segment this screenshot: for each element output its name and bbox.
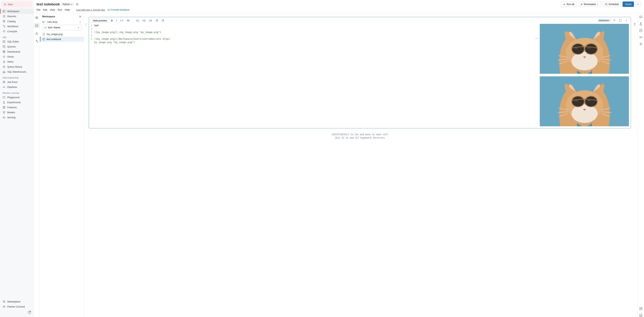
svg-point-58 bbox=[574, 46, 578, 49]
play-icon bbox=[563, 3, 566, 5]
status-label: Terminated bbox=[584, 3, 596, 5]
panels-button[interactable] bbox=[639, 42, 642, 46]
new-button[interactable]: New bbox=[2, 1, 32, 7]
svg-rect-15 bbox=[4, 106, 5, 108]
svg-point-53 bbox=[572, 52, 598, 70]
sidebar-item-serving[interactable]: Serving bbox=[0, 115, 33, 120]
hide-preview-button[interactable]: Hide preview bbox=[91, 18, 109, 23]
close-icon bbox=[79, 15, 82, 18]
language-selector[interactable]: Python bbox=[61, 2, 74, 6]
bottom-panel-button[interactable] bbox=[639, 314, 642, 317]
sidebar-item-workspace[interactable]: Workspace bbox=[0, 9, 33, 14]
file-item-image[interactable]: my_image.png bbox=[40, 32, 84, 37]
folder-name[interactable]: cats drop bbox=[47, 20, 77, 23]
svg-point-2 bbox=[3, 25, 4, 26]
sidebar-item-sql-warehouses[interactable]: SQL Warehouses bbox=[0, 69, 33, 74]
sidebar-item-label: Serving bbox=[7, 116, 16, 119]
cell-menu-button[interactable] bbox=[624, 18, 629, 22]
plus-icon bbox=[4, 3, 6, 6]
sidebar-item-queries[interactable]: Queries bbox=[0, 44, 33, 49]
expand-button[interactable] bbox=[618, 18, 623, 22]
sidebar-item-workflows[interactable]: Workflows bbox=[0, 24, 33, 29]
svg-rect-26 bbox=[581, 3, 582, 5]
svg-rect-27 bbox=[605, 3, 607, 5]
sidebar-item-pipelines[interactable]: Pipelines bbox=[0, 84, 33, 90]
close-panel-button[interactable] bbox=[79, 15, 82, 18]
menu-bar: File Edit View Run Help Last edit was 1 … bbox=[34, 8, 644, 13]
cloud-icon bbox=[2, 30, 6, 33]
sidebar-item-experiments[interactable]: Experiments bbox=[0, 100, 33, 105]
shortcuts-button[interactable] bbox=[639, 307, 642, 310]
assistant-button[interactable] bbox=[612, 18, 617, 22]
svg-point-23 bbox=[4, 306, 5, 307]
numbered-list-button[interactable]: 123 bbox=[160, 19, 166, 22]
folder-menu-button[interactable] bbox=[79, 21, 82, 23]
compute-status-button[interactable]: Terminated bbox=[578, 1, 601, 7]
menu-view[interactable]: View bbox=[50, 8, 55, 11]
link-button[interactable] bbox=[125, 19, 131, 22]
file-item-notebook[interactable]: test notebook bbox=[40, 37, 84, 42]
sidebar-item-features[interactable]: Features bbox=[0, 105, 33, 110]
sidebar-item-compute[interactable]: Compute bbox=[0, 29, 33, 34]
preview-divider-handle[interactable]: — bbox=[536, 37, 538, 40]
svg-point-42 bbox=[156, 19, 156, 20]
chevron-down-icon bbox=[597, 3, 598, 5]
share-button[interactable]: Share bbox=[622, 1, 634, 7]
notebook-title[interactable]: test notebook bbox=[36, 2, 60, 6]
cell-type-pill[interactable]: Markdown bbox=[597, 19, 611, 22]
h1-button[interactable]: H1 bbox=[135, 18, 140, 23]
delete-cell-button[interactable] bbox=[633, 23, 636, 26]
menu-edit[interactable]: Edit bbox=[43, 8, 47, 11]
sidebar-item-dashboards[interactable]: Dashboards bbox=[0, 49, 33, 54]
feedback-link[interactable]: Provide feedback bbox=[108, 8, 130, 11]
sidebar-item-job-runs[interactable]: Job Runs bbox=[0, 79, 33, 84]
code-editor[interactable]: 1 2 3 4 5 %md ![my_i bbox=[91, 24, 534, 126]
sidebar-item-genie[interactable]: Genie bbox=[0, 54, 33, 59]
svg-point-12 bbox=[4, 87, 5, 87]
menu-help[interactable]: Help bbox=[65, 8, 70, 11]
sidebar-item-partner-connect[interactable]: Partner Connect bbox=[0, 304, 33, 309]
code-button[interactable] bbox=[119, 19, 124, 22]
rail-assistant-icon[interactable] bbox=[34, 38, 39, 44]
h2-button[interactable]: H2 bbox=[141, 18, 147, 23]
sidebar-item-catalog[interactable]: Catalog bbox=[0, 19, 33, 24]
favorite-button[interactable] bbox=[75, 2, 79, 6]
italic-button[interactable]: I bbox=[115, 18, 118, 23]
rail-outline-icon[interactable] bbox=[34, 15, 39, 20]
last-edit-link[interactable]: Last edit was 1 minute ago bbox=[76, 8, 105, 11]
h3-button[interactable]: H3 bbox=[148, 18, 154, 23]
svg-point-44 bbox=[156, 21, 156, 21]
svg-point-43 bbox=[156, 20, 156, 21]
dashboards-icon bbox=[2, 50, 6, 53]
schedule-button[interactable]: Schedule bbox=[602, 1, 621, 7]
sidebar-item-alerts[interactable]: Alerts bbox=[0, 59, 33, 64]
revision-button[interactable] bbox=[639, 29, 642, 32]
sparkle-icon bbox=[613, 19, 616, 22]
rail-folder-icon[interactable] bbox=[34, 23, 39, 28]
comments-button[interactable] bbox=[639, 15, 642, 19]
sidebar-item-marketplace[interactable]: Marketplace bbox=[0, 299, 33, 304]
menu-run[interactable]: Run bbox=[58, 8, 62, 11]
rail-schema-icon[interactable] bbox=[34, 31, 39, 36]
section-de: Data Engineering bbox=[0, 74, 33, 79]
cell-drag-handle[interactable] bbox=[85, 23, 87, 26]
mlflow-button[interactable] bbox=[639, 22, 642, 25]
run-all-button[interactable]: Run all bbox=[561, 1, 576, 7]
sidebar-item-query-history[interactable]: Query History bbox=[0, 64, 33, 69]
sidebar-item-models[interactable]: Models bbox=[0, 110, 33, 115]
menu-file[interactable]: File bbox=[36, 8, 40, 11]
workspace-panel-title: Workspace bbox=[42, 15, 78, 18]
bullet-list-button[interactable] bbox=[154, 19, 160, 22]
variables-button[interactable] bbox=[639, 35, 642, 39]
markdown-cell[interactable]: Hide preview B I H1 H2 H3 123 bbox=[89, 17, 631, 128]
back-button[interactable] bbox=[42, 21, 46, 23]
sidebar-item-recents[interactable]: Recents bbox=[0, 14, 33, 19]
svg-point-50 bbox=[626, 21, 626, 21]
collapse-header-button[interactable] bbox=[636, 2, 641, 7]
svg-rect-7 bbox=[4, 51, 5, 52]
history-badge-icon[interactable] bbox=[28, 311, 31, 314]
sidebar-item-sql-editor[interactable]: SQL Editor bbox=[0, 39, 33, 44]
sidebar-item-playground[interactable]: Playground bbox=[0, 95, 33, 100]
sort-button[interactable]: Sort: Name bbox=[42, 25, 82, 30]
bold-button[interactable]: B bbox=[110, 18, 114, 23]
